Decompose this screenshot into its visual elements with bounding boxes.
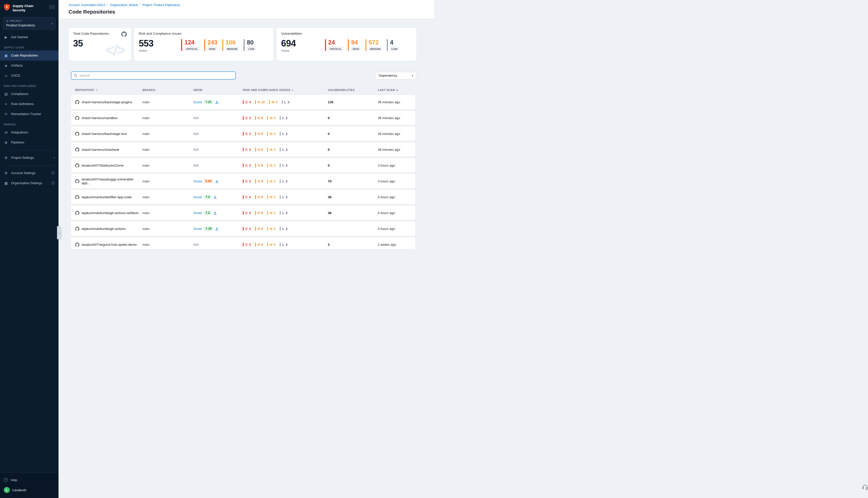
vulnerabilities-count: 2 [328, 243, 378, 247]
dependency-filter-select[interactable]: Dependency ▾ [375, 72, 416, 79]
table-row[interactable]: tejakummarikuntla/gh-actions-artifacts m… [71, 206, 415, 220]
high-count-chip: H8 [255, 163, 263, 167]
sidebar-item-label: CI/CD [11, 74, 20, 77]
sidebar-item-pipelines[interactable]: ≣ Pipelines [0, 137, 58, 147]
medium-count-chip: M3 [267, 180, 276, 183]
download-sbom-icon[interactable] [215, 227, 219, 231]
sidebar-item-organization-settings[interactable]: ▦ Organization Settings ⓘ [0, 178, 58, 188]
repo-name: tejakummarikuntla/gh-actions [82, 227, 126, 231]
last-scan-time: 5 hours ago [378, 211, 415, 215]
sidebar-item-rule-definitions[interactable]: ≡ Rule Definitions [0, 99, 58, 109]
sidebar-item-cicd[interactable]: ∞ CI/CD [0, 70, 58, 81]
divider [3, 165, 55, 166]
sidebar-collapse-handle[interactable]: ‹ [57, 226, 61, 239]
table-row[interactable]: shash-harness/sandbox main N/A C3 H8 M4 … [71, 111, 415, 125]
sbom-na: N/A [193, 116, 199, 120]
nav-section-label: RISK AND COMPLIANCE [0, 81, 58, 89]
sidebar-item-get-started[interactable]: ▶ Get Started [0, 32, 58, 42]
critical-count-chip: C3 [243, 163, 251, 167]
github-icon [75, 147, 79, 152]
high-count-chip: H8 [255, 148, 263, 152]
remediation-tracker-icon: ↻ [4, 112, 8, 116]
sort-ascending-icon: ▲ [396, 89, 398, 91]
vulnerabilities-count: 70 [328, 180, 378, 183]
vulnerabilities-count: 36 [328, 211, 378, 215]
low-count-chip: L3 [280, 163, 287, 167]
severity-label-badge: HIGH [351, 47, 360, 51]
sbom-na: N/A [193, 163, 199, 167]
sidebar-item-label: Rule Definitions [11, 102, 34, 106]
nav-section-label: SUPPLY CHAIN [0, 42, 58, 51]
sidebar-item-account-settings[interactable]: ⚙ Account Settings ⓘ [0, 168, 58, 178]
severity-group: 572 MEDIUM [365, 39, 382, 51]
sbom-score-link[interactable]: Score [193, 211, 202, 215]
sbom-score-badge: 5.83 [204, 179, 213, 183]
repo-name: tejakummarikuntla/gh-actions-artifacts [82, 211, 139, 215]
sidebar-item-integrations[interactable]: ⇄ Integrations [0, 127, 58, 137]
risk-compliance-cell: C3 H8 M3 L3 [243, 163, 328, 167]
low-count-chip: L3 [280, 148, 287, 152]
sort-icon[interactable]: ▲▼ [292, 89, 293, 91]
sbom-score-badge: 7.19 [204, 226, 213, 231]
sidebar-item-label: Artifacts [11, 64, 23, 67]
sbom-score-link[interactable]: Score [193, 180, 202, 183]
table-row[interactable]: tejakummarikuntla/gh-actions main Score … [71, 222, 415, 236]
vulns-active-label: Active [281, 49, 296, 53]
download-sbom-icon[interactable] [213, 195, 217, 199]
risk-compliance-cell: C4 H9 M3 L3 [243, 227, 328, 231]
breadcrumb-account-link[interactable]: Account: Automation-SSCA [69, 3, 106, 7]
search-input[interactable] [79, 74, 233, 77]
table-row[interactable]: lavakush07/StarbucksClone main N/A C3 H8… [71, 158, 415, 172]
severity-count: 124 [184, 39, 199, 45]
risk-compliance-cell: C3 H9 M4 L3 [243, 243, 328, 247]
severity-count: 106 [226, 39, 239, 45]
sbom-score-link[interactable]: Score [193, 227, 202, 231]
github-icon [75, 243, 79, 247]
critical-count-chip: C3 [243, 148, 251, 152]
sidebar-item-remediation-tracker[interactable]: ↻ Remediation Tracker [0, 109, 58, 119]
low-count-chip: L3 [282, 100, 289, 104]
table-row[interactable]: lavakush07/easybuggy-vulnerable-app... m… [71, 174, 415, 188]
breadcrumb-organization-link[interactable]: Organization: default [110, 3, 138, 7]
download-sbom-icon[interactable] [215, 180, 219, 183]
table-row[interactable]: shash-harness/shashwat main N/A C3 H8 M3… [71, 143, 415, 157]
critical-count-chip: C4 [243, 195, 251, 199]
sidebar-item-compliance[interactable]: ▤ Compliance [0, 89, 58, 99]
column-repository[interactable]: REPOSITORY ▲▼ [75, 89, 143, 91]
card-title: Risk and Compliance Issues [139, 32, 269, 36]
github-icon [75, 163, 79, 168]
sbom-score-link[interactable]: Score [193, 195, 202, 199]
severity-group: 124 CRITICAL [181, 39, 199, 51]
github-icon [75, 179, 79, 183]
table-row[interactable]: shash-harness/backstage-plugins main Sco… [71, 95, 415, 109]
column-risk-compliance[interactable]: RISK AND COMPLIANCE ISSUES ▲▼ [243, 89, 328, 91]
medium-count-chip: M3 [267, 148, 276, 152]
high-count-chip: H9 [255, 227, 263, 231]
sidebar-item-project-settings[interactable]: ⚙ Project Settings › [0, 153, 58, 163]
table-row[interactable]: lavakush07/argocd-hub-spoke-demo main N/… [71, 237, 415, 249]
github-icon [121, 31, 127, 37]
sbom-score-link[interactable]: Score [193, 100, 202, 104]
project-selector[interactable]: ⊙ PROJECT Product Exploratory › [3, 17, 55, 30]
table-row[interactable]: shash-harness/backstage-test main N/A C3… [71, 127, 415, 141]
risk-total-value: 553 [139, 38, 153, 49]
column-last-scan[interactable]: LAST SCAN ▲ [378, 89, 415, 91]
integrations-icon: ⇄ [4, 130, 8, 134]
github-icon [75, 227, 79, 231]
artifacts-icon: ◈ [4, 64, 8, 68]
page-title: Code Repositories [69, 9, 424, 15]
breadcrumb-project-link[interactable]: Project: Product Exploratory [143, 3, 180, 7]
download-sbom-icon[interactable] [215, 100, 219, 104]
repo-name: tejakummarikuntla/filler-app-node [82, 195, 132, 199]
critical-count-chip: C4 [243, 227, 251, 231]
sort-icon[interactable]: ▲▼ [96, 89, 98, 91]
sidebar-item-artifacts[interactable]: ◈ Artifacts [0, 61, 58, 70]
severity-group: 106 MEDIUM [222, 39, 239, 51]
vulnerabilities-count: 36 [328, 195, 378, 199]
download-sbom-icon[interactable] [213, 211, 217, 215]
branch-name: main [143, 148, 193, 152]
sidebar-item-code-repositories[interactable]: ▣ Code Repositories [0, 51, 58, 61]
risk-active-label: Active [139, 49, 153, 53]
table-row[interactable]: tejakummarikuntla/filler-app-node main S… [71, 190, 415, 204]
module-switcher-icon[interactable] [50, 5, 55, 9]
